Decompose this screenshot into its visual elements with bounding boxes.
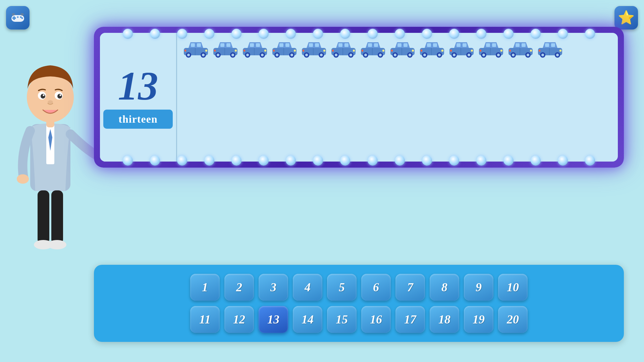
number-button-10[interactable]: 10 [498,274,528,301]
number-button-19[interactable]: 19 [464,306,493,333]
svg-point-35 [202,54,205,56]
car-icon [448,40,475,58]
number-button-20[interactable]: 20 [498,306,528,333]
numbers-panel: 12345678910 11121314151617181920 [94,265,624,342]
svg-rect-137 [480,50,481,52]
bulb [503,29,514,39]
number-button-11[interactable]: 11 [190,306,220,333]
bulb [204,29,214,39]
svg-rect-86 [353,50,355,52]
display-number: 13 [118,66,158,106]
svg-rect-96 [382,50,384,52]
svg-rect-146 [530,50,532,52]
bulb [340,29,350,39]
svg-point-93 [364,54,367,56]
bulb [449,156,459,166]
number-button-1[interactable]: 1 [190,274,220,301]
number-button-13[interactable]: 13 [259,306,288,333]
bulb [531,29,541,39]
svg-rect-106 [412,50,414,52]
svg-rect-156 [559,50,561,52]
number-button-15[interactable]: 15 [327,306,357,333]
svg-point-45 [231,54,234,56]
bulb [476,29,486,39]
svg-rect-130 [486,43,490,47]
bulb [585,29,595,39]
number-button-12[interactable]: 12 [224,306,254,333]
bottom-bulbs [114,156,604,166]
number-button-17[interactable]: 17 [395,306,425,333]
svg-rect-101 [404,43,408,47]
svg-point-6 [21,17,23,19]
number-button-6[interactable]: 6 [361,274,391,301]
car-icon [212,40,239,58]
number-button-2[interactable]: 2 [224,274,254,301]
svg-rect-57 [244,50,245,52]
svg-point-145 [527,54,529,56]
bulb [395,156,405,166]
svg-point-18 [41,94,45,99]
svg-point-123 [453,54,455,56]
svg-point-135 [497,54,500,56]
number-button-3[interactable]: 3 [259,274,288,301]
svg-rect-140 [516,43,520,47]
svg-point-4 [14,17,16,19]
bulb [422,29,432,39]
bulb [231,156,241,166]
svg-rect-81 [344,43,348,47]
svg-rect-107 [391,50,393,52]
svg-point-19 [57,94,62,99]
svg-rect-41 [226,43,230,47]
svg-rect-36 [205,50,207,52]
bulb [150,156,160,166]
svg-rect-141 [522,43,526,47]
number-button-5[interactable]: 5 [327,274,357,301]
svg-rect-77 [303,50,304,52]
bulb [531,156,541,166]
bulb [558,156,568,166]
svg-point-10 [20,13,24,16]
bulb [259,156,269,166]
number-button-8[interactable]: 8 [430,274,459,301]
bulb [286,29,296,39]
bulb [313,156,323,166]
bulb [340,156,350,166]
number-button-18[interactable]: 18 [430,306,459,333]
game-controller-button[interactable] [6,6,30,29]
number-button-4[interactable]: 4 [293,274,322,301]
car-icon [182,40,209,58]
svg-point-21 [60,95,61,96]
svg-point-43 [217,54,219,56]
svg-rect-116 [441,50,443,52]
svg-rect-90 [368,43,372,47]
svg-point-95 [379,54,382,56]
svg-rect-30 [191,43,195,47]
svg-rect-8 [17,16,18,18]
svg-rect-60 [279,43,283,47]
svg-point-33 [187,54,190,56]
svg-point-65 [290,54,293,56]
bulb [558,29,568,39]
svg-rect-47 [214,50,216,52]
svg-rect-80 [338,43,342,47]
number-button-9[interactable]: 9 [464,274,493,301]
svg-point-105 [409,54,411,56]
number-button-7[interactable]: 7 [395,274,425,301]
svg-rect-97 [362,50,363,52]
svg-rect-40 [220,43,224,47]
number-button-16[interactable]: 16 [361,306,391,333]
car-icon [330,40,357,58]
svg-point-9 [12,13,15,16]
star-button[interactable]: ⭐ [614,6,638,29]
car-icon [419,40,445,58]
main-display-panel: 13 thirteen [94,27,624,168]
car-icon [537,40,564,58]
number-button-14[interactable]: 14 [293,306,322,333]
bulb [503,156,514,166]
car-icon [301,40,327,58]
svg-point-3 [12,17,14,19]
car-icon [507,40,534,58]
bulb [313,29,323,39]
bulb [476,156,486,166]
car-icon [478,40,504,58]
